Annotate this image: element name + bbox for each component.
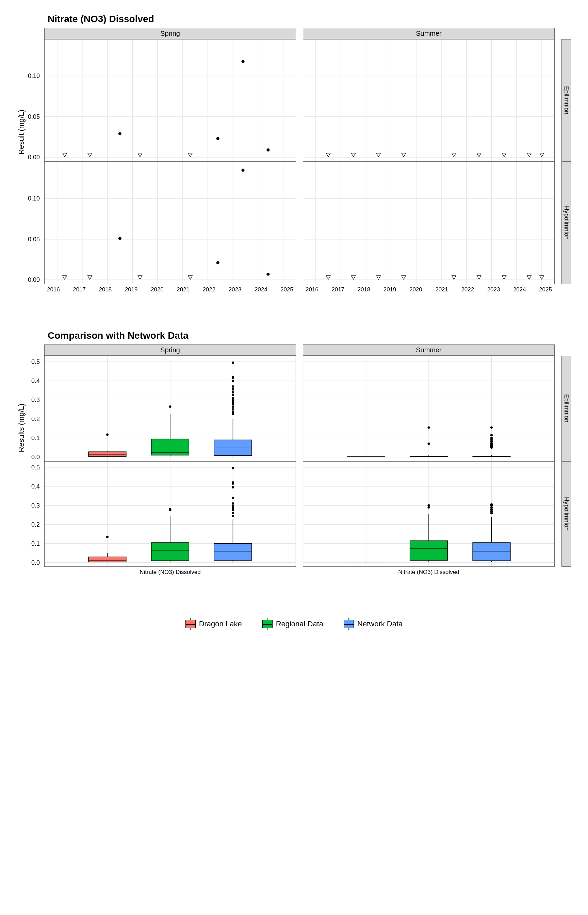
svg-point-14: [216, 137, 220, 140]
svg-point-197: [232, 481, 234, 484]
svg-point-189: [232, 512, 234, 514]
facet2-col-summer: Summer: [303, 344, 555, 356]
svg-marker-17: [63, 153, 67, 157]
svg-point-123: [232, 380, 234, 382]
facet-col-summer: Summer: [303, 28, 555, 39]
svg-point-113: [232, 408, 234, 411]
svg-point-159: [490, 437, 493, 439]
svg-point-160: [490, 434, 493, 436]
legend-item-network: Network Data: [344, 619, 402, 628]
svg-marker-41: [527, 153, 531, 157]
svg-marker-78: [351, 276, 355, 280]
box-panel-spring-hypo: 0.00.10.20.30.40.5: [44, 461, 296, 567]
svg-marker-62: [138, 276, 142, 280]
svg-marker-82: [477, 276, 481, 280]
legend-swatch-network: [344, 620, 354, 628]
panel-summer-hypo: [303, 162, 555, 284]
legend-label-regional: Regional Data: [276, 619, 323, 628]
svg-point-195: [232, 486, 234, 488]
svg-rect-104: [152, 439, 189, 456]
svg-rect-175: [89, 557, 126, 562]
svg-point-198: [232, 467, 234, 469]
svg-marker-36: [376, 153, 380, 157]
svg-marker-18: [88, 153, 92, 157]
svg-point-119: [232, 394, 234, 396]
svg-point-120: [232, 391, 234, 393]
svg-point-121: [232, 388, 234, 391]
legend-item-dragon: Dragon Lake: [186, 619, 242, 628]
svg-point-56: [118, 237, 121, 240]
x-ticks: 2016201720182019202020212022202320242025: [47, 286, 293, 293]
legend-swatch-regional: [262, 620, 273, 628]
svg-point-106: [169, 406, 171, 408]
svg-point-57: [216, 261, 220, 264]
svg-point-188: [232, 515, 234, 517]
svg-point-177: [106, 536, 108, 538]
svg-point-192: [232, 505, 234, 508]
svg-point-125: [232, 376, 234, 378]
svg-rect-180: [152, 543, 189, 561]
facet-col-spring: Spring: [44, 28, 296, 39]
svg-marker-60: [63, 276, 67, 280]
legend: Dragon Lake Regional Data Network Data: [14, 619, 574, 628]
svg-marker-63: [188, 276, 192, 280]
svg-point-13: [118, 132, 121, 135]
svg-point-15: [241, 60, 244, 63]
panel-summer-epi: [303, 39, 555, 162]
svg-rect-186: [214, 544, 252, 560]
svg-marker-34: [326, 153, 330, 157]
svg-marker-20: [188, 153, 192, 157]
legend-label-network: Network Data: [357, 619, 402, 628]
svg-marker-79: [376, 276, 380, 280]
svg-marker-83: [502, 276, 506, 280]
panel-spring-hypo: 0.000.050.10: [44, 162, 296, 284]
svg-marker-39: [477, 153, 481, 157]
legend-item-regional: Regional Data: [262, 619, 323, 628]
svg-point-59: [267, 273, 270, 276]
svg-point-161: [490, 427, 493, 429]
svg-marker-19: [138, 153, 142, 157]
facet2-col-spring: Spring: [44, 344, 296, 356]
scatter-facets: Nitrate (NO3) Dissolved Result (mg/L) Sp…: [14, 14, 574, 313]
chart2-title: Comparison with Network Data: [48, 330, 574, 341]
svg-point-118: [232, 397, 234, 399]
svg-marker-81: [452, 276, 456, 280]
svg-point-122: [232, 385, 234, 388]
svg-marker-61: [88, 276, 92, 280]
svg-rect-222: [473, 543, 510, 561]
facet-row-epi: Epilimnion: [561, 39, 571, 162]
svg-rect-216: [410, 540, 448, 560]
svg-marker-80: [402, 276, 405, 280]
legend-swatch-dragon: [186, 620, 195, 628]
svg-point-58: [241, 168, 244, 171]
svg-marker-77: [326, 276, 330, 280]
svg-point-126: [232, 362, 234, 364]
svg-point-112: [232, 411, 234, 414]
box-panel-summer-hypo: [303, 461, 555, 567]
legend-label-dragon: Dragon Lake: [199, 619, 242, 628]
svg-point-193: [232, 503, 234, 505]
svg-point-101: [106, 433, 108, 436]
y-ticks: 0.000.050.10: [21, 39, 41, 162]
chart1-title: Nitrate (NO3) Dissolved: [48, 14, 574, 24]
svg-point-16: [267, 149, 270, 152]
facet2-row-hypo: Hypolimnion: [561, 461, 571, 567]
box-xlabel-1: Nitrate (NO3) Dissolved: [47, 569, 293, 576]
facet-row-hypo: Hypolimnion: [561, 162, 571, 284]
svg-point-229: [490, 503, 493, 506]
svg-point-219: [427, 504, 430, 506]
svg-marker-37: [402, 153, 405, 157]
svg-marker-35: [351, 153, 355, 157]
box-panel-summer-epi: [303, 356, 555, 461]
svg-marker-40: [502, 153, 506, 157]
facet2-row-epi: Epilimnion: [561, 356, 571, 461]
svg-marker-38: [452, 153, 456, 157]
svg-point-146: [427, 443, 430, 445]
panel-spring-epi: 0.000.050.10: [44, 39, 296, 162]
box-panel-spring-epi: 0.00.10.20.30.40.5: [44, 356, 296, 461]
svg-point-183: [169, 508, 171, 511]
svg-point-147: [427, 427, 430, 429]
box-xlabel-2: Nitrate (NO3) Dissolved: [305, 569, 552, 576]
svg-marker-84: [527, 276, 531, 280]
boxplot-facets: Comparison with Network Data Results (mg…: [14, 330, 574, 603]
